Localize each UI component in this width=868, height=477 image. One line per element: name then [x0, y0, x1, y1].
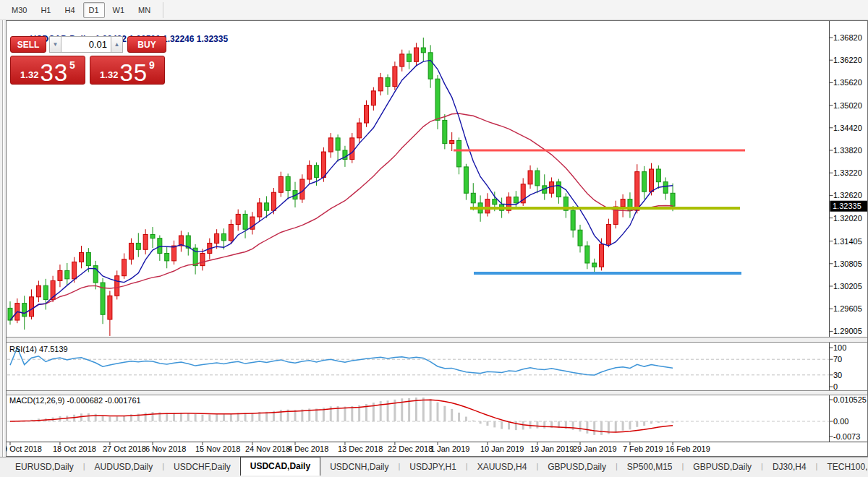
candle-body: [671, 193, 675, 206]
macd-bar: [145, 413, 147, 421]
date-tick-label: 9 Oct 2018: [6, 444, 42, 453]
rsi-indicator-label: RSI(14) 47.5139: [9, 345, 68, 353]
tab-usdjpy-h1[interactable]: USDJPY,H1: [400, 459, 465, 476]
tab-dj30-h4[interactable]: DJ30,H4: [763, 459, 816, 476]
macd-bar: [493, 421, 495, 427]
candle-body: [663, 182, 668, 194]
rsi-scale-label: 70: [833, 355, 842, 364]
tab-audusd-daily[interactable]: AUDUSD,Daily: [85, 459, 163, 476]
candle-body: [72, 262, 77, 278]
price-tick-label: 1.29605: [833, 304, 862, 313]
tab-gbpusd-daily[interactable]: GBPUSD,Daily: [538, 459, 616, 476]
candle-body: [571, 210, 575, 230]
volume-input[interactable]: [61, 36, 111, 53]
macd-scale-label: 0.010525: [833, 395, 867, 404]
macd-bar: [152, 412, 154, 421]
sell-button[interactable]: SELL: [10, 36, 46, 53]
tab-sp500-m15[interactable]: SP500,M15: [618, 459, 682, 476]
timeframe-button-m30[interactable]: M30: [6, 2, 33, 18]
candle-body: [165, 253, 169, 260]
date-tick-label: 6 Nov 2018: [145, 444, 186, 453]
buy-price-tile[interactable]: 1.32 35 9: [90, 56, 165, 85]
macd-bar: [451, 409, 453, 421]
tab-usdcnh-daily[interactable]: USDCNH,Daily: [320, 459, 398, 476]
tab-usdchf-daily[interactable]: USDCHF,Daily: [164, 459, 240, 476]
candle-body: [43, 285, 48, 299]
macd-bar: [80, 413, 82, 421]
macd-bar: [201, 415, 203, 421]
timeframe-button-w1[interactable]: W1: [107, 2, 131, 18]
tab-usdcad-daily[interactable]: USDCAD,Daily: [240, 457, 320, 476]
candle-body: [556, 182, 561, 197]
tab-gbpusd-daily[interactable]: GBPUSD,Daily: [684, 459, 761, 476]
macd-bar: [109, 417, 111, 421]
candle-body: [236, 214, 240, 224]
tab-tech100-h1[interactable]: TECH100,H1: [817, 459, 868, 476]
price-tick-label: 1.33820: [833, 146, 862, 155]
candle-body: [65, 270, 69, 278]
volume-decrease-button[interactable]: ▼: [49, 36, 61, 53]
candle-body: [428, 53, 433, 79]
macd-bar: [102, 416, 104, 421]
price-tick-label: 1.31405: [833, 237, 862, 246]
macd-bar: [593, 421, 595, 435]
buy-button[interactable]: BUY: [127, 36, 166, 53]
macd-bar: [208, 415, 210, 421]
buy-price-prefix: 1.32: [100, 69, 118, 80]
macd-bar: [543, 421, 545, 429]
symbol-tabs: EURUSD,Daily|AUDUSD,Daily|USDCHF,DailyUS…: [6, 457, 868, 476]
sell-price-sup: 5: [69, 59, 75, 71]
candle-body: [435, 79, 440, 120]
sell-price-tile[interactable]: 1.32 33 5: [10, 56, 85, 85]
candle-body: [400, 54, 404, 66]
candle-body: [336, 138, 340, 150]
macd-bar: [443, 406, 446, 421]
candle-body: [108, 296, 112, 319]
candle-body: [172, 246, 176, 261]
date-tick-label: 22 Dec 2018: [388, 444, 433, 453]
candle-body: [656, 169, 660, 182]
candle-body: [115, 276, 119, 296]
macd-bar: [166, 413, 168, 421]
date-tick-label: 7 Feb 2019: [623, 444, 663, 453]
candle-body: [143, 234, 148, 249]
timeframe-toolbar: M30H1H4D1W1MN: [0, 0, 868, 20]
candle-body: [129, 243, 133, 259]
date-tick-label: 4 Dec 2018: [288, 444, 328, 453]
candle-body: [80, 252, 84, 262]
current-price-label: 1.32335: [833, 202, 861, 210]
candle-body: [528, 171, 532, 184]
candle-body: [514, 197, 518, 202]
candle-body: [485, 199, 490, 213]
candle-body: [592, 263, 597, 267]
macd-bar: [672, 421, 674, 423]
price-tick-label: 1.30205: [833, 282, 862, 291]
tab-xauusd-h4[interactable]: XAUUSD,H4: [468, 459, 537, 476]
date-tick-label: 1 Jan 2019: [430, 444, 469, 453]
candle-body: [386, 78, 390, 87]
macd-bar: [223, 414, 225, 421]
candle-body: [200, 253, 205, 265]
macd-bar: [251, 413, 253, 421]
volume-increase-button[interactable]: ▲: [111, 36, 123, 53]
candle-body: [136, 243, 140, 249]
timeframe-button-h4[interactable]: H4: [59, 2, 80, 18]
rsi-scale-label: 100: [833, 343, 846, 352]
candle-body: [150, 234, 155, 238]
macd-scale-label: -0.0073: [833, 432, 860, 441]
timeframe-button-h1[interactable]: H1: [35, 2, 56, 18]
price-tick-label: 1.32020: [833, 214, 862, 223]
toolbar-separator: [163, 2, 164, 18]
timeframe-button-mn[interactable]: MN: [132, 2, 156, 18]
tab-eurusd-daily[interactable]: EURUSD,Daily: [6, 459, 83, 476]
candle-body: [635, 172, 639, 211]
candle-body: [328, 138, 333, 152]
macd-bar: [643, 421, 645, 426]
candle-body: [350, 138, 354, 160]
candle-body: [578, 230, 582, 246]
timeframe-button-d1[interactable]: D1: [83, 2, 105, 18]
candle-body: [414, 48, 418, 61]
macd-bar: [244, 413, 247, 421]
macd-bar: [480, 421, 482, 424]
candle-body: [606, 224, 610, 244]
